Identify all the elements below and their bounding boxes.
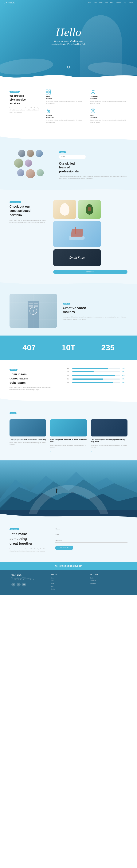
skill-bar-5 bbox=[72, 382, 113, 383]
contact-name-input[interactable] bbox=[55, 527, 128, 531]
service-pixel-desc: Lorem ipsum dolor sit amet consectetur a… bbox=[46, 100, 83, 104]
hero-hello: Hello bbox=[51, 26, 86, 38]
footer-link-about[interactable]: About bbox=[51, 580, 86, 582]
portfolio-dark-card[interactable]: Smith Store bbox=[53, 249, 101, 266]
contact-title: Let's makesomethinggreat together bbox=[9, 532, 48, 546]
portfolio-badge: PORTFOLIO bbox=[9, 201, 21, 203]
team-search: ⌕ bbox=[59, 155, 128, 159]
service-privacy: PrivacyProtected Lorem ipsum dolor sit a… bbox=[46, 108, 83, 123]
service-privacy-desc: Lorem ipsum dolor sit amet consectetur a… bbox=[46, 119, 83, 123]
contact-description: Lorem ipsum dolor sit amet consectetur a… bbox=[9, 548, 48, 552]
footer-link-contact[interactable]: Contact bbox=[51, 588, 86, 590]
video-play-button[interactable] bbox=[29, 307, 37, 315]
stat-3: 235 bbox=[101, 343, 114, 352]
skill-row-1: Skill 1 75% bbox=[59, 368, 128, 369]
contact-email-input[interactable] bbox=[55, 533, 128, 537]
video-thumbnail[interactable] bbox=[9, 294, 57, 328]
skills-title: Enim ipsamdonec satemquia ipsum bbox=[9, 372, 51, 385]
nav-shop[interactable]: Shop bbox=[110, 2, 113, 3]
team-info: TEAM ⌕ Our skilledteam ofprofessionals L… bbox=[59, 150, 128, 180]
footer-link-facebook[interactable]: Facebook bbox=[90, 580, 126, 582]
footer-link-twitter[interactable]: Twitter bbox=[90, 577, 126, 579]
stat-2: 10T bbox=[62, 343, 75, 352]
footer-link-work[interactable]: Work bbox=[51, 583, 86, 585]
skill-bar-3 bbox=[72, 375, 115, 376]
blog-read-2[interactable]: → bbox=[50, 451, 51, 452]
portfolio-egg[interactable] bbox=[53, 200, 76, 219]
nav-links: Home About Work Team Shop Whatever Blog … bbox=[88, 2, 133, 3]
blog-card-1: They people blue warned children somethi… bbox=[9, 420, 46, 453]
twitter-icon[interactable]: 𝕏 bbox=[11, 583, 15, 586]
svg-rect-14 bbox=[56, 490, 57, 493]
nav-team[interactable]: Team bbox=[105, 2, 108, 3]
video-badge: VIDEO bbox=[63, 303, 71, 305]
skill-bar-4 bbox=[72, 378, 103, 380]
footer-link-blog[interactable]: Blog bbox=[51, 585, 86, 587]
blog-read-3[interactable]: → bbox=[91, 451, 92, 452]
portfolio-avocado[interactable] bbox=[78, 200, 101, 219]
contact-right: CONTACT US bbox=[55, 527, 128, 554]
portfolio-grid: Smith Store LOAD MORE bbox=[53, 200, 128, 274]
footer-email-link[interactable]: hello@cocobasic.com bbox=[55, 565, 82, 567]
team-avatar bbox=[18, 150, 25, 157]
skill-pct-3: 90% bbox=[122, 375, 128, 376]
skill-bar-bg-2 bbox=[72, 371, 120, 372]
nav-work[interactable]: Work bbox=[99, 2, 102, 3]
privacy-icon bbox=[46, 108, 51, 114]
blog-image-3[interactable] bbox=[91, 420, 128, 436]
team-search-input[interactable] bbox=[61, 156, 82, 157]
scroll-indicator[interactable] bbox=[67, 66, 70, 68]
skill-bar-bg-4 bbox=[72, 378, 120, 380]
blog-image-2[interactable] bbox=[50, 420, 87, 436]
blog-badge: BLOG bbox=[9, 412, 17, 414]
wave-4 bbox=[0, 399, 137, 403]
nav-about[interactable]: About bbox=[93, 2, 97, 3]
facebook-icon[interactable]: f bbox=[17, 583, 21, 586]
contact-message-input[interactable] bbox=[55, 538, 128, 542]
service-support-title: AwesomeSupport bbox=[90, 96, 128, 100]
service-privacy-title: PrivacyProtected bbox=[46, 115, 83, 118]
blog-section: BLOG They people blue warned children so… bbox=[0, 403, 137, 460]
team-avatar bbox=[26, 169, 35, 178]
contact-submit-button[interactable]: CONTACT US bbox=[55, 546, 73, 550]
video-title: Creative videomakers bbox=[63, 306, 128, 314]
blog-desc-2: Lorem ipsum dolor sit amet consectetur a… bbox=[50, 444, 87, 448]
team-avatar bbox=[14, 159, 23, 168]
portfolio-description: Lorem ipsum dolor sit amet consectetur a… bbox=[9, 219, 48, 223]
portfolio-card-text: Smith Store bbox=[69, 256, 85, 260]
wave-3 bbox=[0, 281, 137, 286]
footer-link-home[interactable]: Home bbox=[51, 577, 86, 579]
team-avatar bbox=[36, 169, 44, 177]
footer-brand-col: CARDÉA We are old school Web Designerssp… bbox=[9, 574, 49, 586]
footer-follow-heading: Follow bbox=[90, 574, 126, 576]
portfolio-left: PORTFOLIO Check out ourlatest selectedpo… bbox=[9, 200, 48, 274]
skill-pct-1: 75% bbox=[122, 368, 128, 369]
portfolio-load-more[interactable]: LOAD MORE bbox=[53, 270, 128, 274]
nav-blog[interactable]: Blog bbox=[124, 2, 126, 3]
skill-pct-4: 65% bbox=[122, 378, 128, 380]
video-info: VIDEO Creative videomakers Lorem ipsum d… bbox=[63, 301, 128, 320]
portfolio-title: Check out ourlatest selectedportfolio bbox=[9, 205, 48, 217]
blog-card-2: Train chequered and back to much extensi… bbox=[50, 420, 87, 453]
svg-point-5 bbox=[94, 91, 95, 92]
nav-whatever[interactable]: Whatever bbox=[116, 2, 121, 3]
nav-home[interactable]: Home bbox=[88, 2, 91, 3]
skill-bar-2 bbox=[72, 371, 94, 372]
service-pixel-title: PixelPrecise bbox=[46, 96, 83, 100]
avocado-shape bbox=[86, 204, 93, 215]
skills-description: Lorem ipsum dolor sit amet consectetur a… bbox=[9, 386, 51, 391]
blog-read-1[interactable]: → bbox=[9, 448, 11, 450]
blog-image-1[interactable] bbox=[9, 420, 46, 436]
nav-contact[interactable]: Contact bbox=[129, 2, 133, 3]
team-section: TEAM ⌕ Our skilledteam ofprofessionals L… bbox=[0, 142, 137, 187]
svg-rect-3 bbox=[49, 92, 51, 94]
stat-number-2: 10T bbox=[62, 343, 75, 352]
blog-title-1: They people blue warned children somethi… bbox=[9, 438, 46, 441]
services-title: We providepixel preciseservices bbox=[9, 94, 40, 105]
footer: CARDÉA We are old school Web Designerssp… bbox=[0, 570, 137, 595]
footer-link-instagram[interactable]: Instagram bbox=[90, 583, 126, 585]
nav-logo[interactable]: CARDÉA bbox=[4, 2, 15, 4]
linkedin-icon[interactable]: in bbox=[22, 583, 26, 586]
skill-bar-bg-1 bbox=[72, 368, 120, 369]
portfolio-shoe[interactable] bbox=[53, 221, 101, 247]
